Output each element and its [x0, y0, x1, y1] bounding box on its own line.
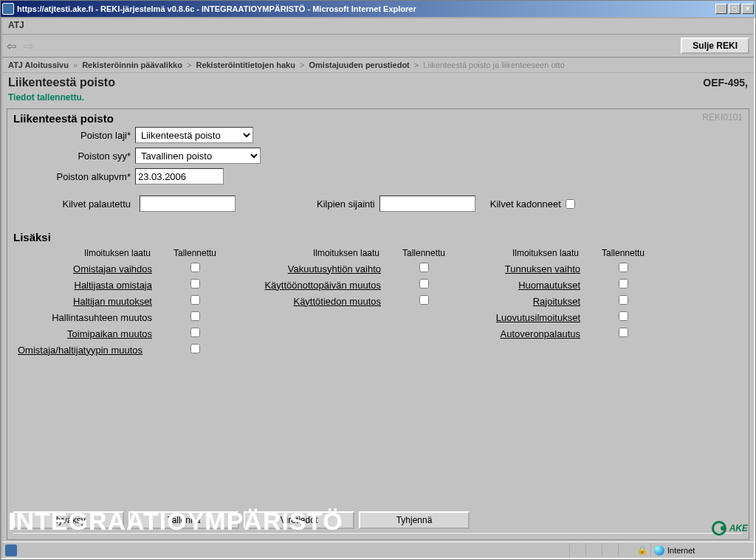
main-panel: Liikenteestä poisto REKI0101 Poiston laj… — [7, 108, 749, 540]
page-header: Liikenteestä poisto OEF-495, — [2, 73, 754, 91]
bc-item-4: Liikenteestä poisto ja liikenteeseen ott… — [423, 61, 564, 69]
c1-r4[interactable]: Toimipaikan muutos — [18, 328, 165, 339]
poiston-alkupvm-input[interactable] — [135, 168, 224, 184]
col2-header-laatu: Ilmoituksen laatu — [224, 248, 394, 258]
c2-r2[interactable]: Käyttötiedon muutos — [224, 296, 394, 307]
c3-r1-cb[interactable] — [619, 279, 628, 288]
c1-r5-cb[interactable] — [190, 344, 200, 353]
footer: INTEGRAATIOYMPÄRISTÖ AKE — [2, 507, 754, 540]
lock-icon: 🔒 — [634, 545, 650, 555]
c3-r4-cb[interactable] — [619, 328, 628, 337]
nav-back-icon[interactable]: ⇦ — [7, 39, 16, 53]
ie-icon — [2, 3, 14, 15]
c1-r0[interactable]: Omistajan vaihdos — [18, 263, 165, 274]
col1-header-tall: Tallennettu — [165, 248, 224, 258]
window: https://atjtesti.ake.fi - REKI-järjestel… — [0, 0, 756, 560]
c2-r1[interactable]: Käyttöönottopäivän muutos — [224, 280, 394, 291]
nav-row: ⇦ ⇨ Sulje REKI — [2, 35, 754, 58]
bc-item-3[interactable]: Omistajuuden perustiedot — [309, 61, 409, 69]
c1-r3-cb[interactable] — [190, 311, 200, 321]
titlebar: https://atjtesti.ake.fi - REKI-järjestel… — [1, 1, 755, 17]
c2-r1-cb[interactable] — [419, 279, 429, 288]
kilvet-palautettu-input[interactable] — [140, 196, 236, 212]
ake-ring-icon — [712, 521, 726, 536]
c1-r5[interactable]: Omistaja/haltijatyypin muutos — [18, 345, 165, 356]
poiston-laji-label: Poiston laji* — [13, 130, 135, 141]
ake-logo: AKE — [712, 521, 748, 536]
panel-title: Liikenteestä poisto — [13, 112, 114, 125]
poiston-laji-select[interactable]: Liikenteestä poisto — [135, 127, 253, 143]
c2-r0[interactable]: Vakuutusyhtiön vaihto — [224, 263, 394, 274]
statusbar: 🔒 Internet — [2, 542, 754, 558]
status-message: Tiedot tallennettu. — [2, 91, 754, 107]
lisaksi-grid: Ilmoituksen laatu Tallennettu Ilmoitukse… — [18, 248, 743, 356]
c3-r2[interactable]: Rajoitukset — [453, 296, 594, 307]
sb-cell-3 — [602, 543, 618, 558]
zone-label: Internet — [667, 546, 695, 555]
c1-r3: Hallintasuhteen muutos — [18, 312, 165, 323]
bc-item-1[interactable]: Rekisteröinnin päävalikko — [82, 61, 182, 69]
c1-r1-cb[interactable] — [190, 279, 200, 288]
globe-icon — [654, 545, 664, 556]
close-window-button[interactable]: ✕ — [742, 4, 754, 14]
c1-r1[interactable]: Haltijasta omistaja — [18, 280, 165, 291]
page-title: Liikenteestä poisto — [8, 76, 115, 89]
bc-item-2[interactable]: Rekisteröintitietojen haku — [196, 61, 295, 69]
lisaksi-title: Lisäksi — [13, 231, 743, 243]
ake-logo-text: AKE — [729, 523, 748, 533]
kilpien-sijainti-input[interactable] — [379, 196, 475, 212]
c1-r4-cb[interactable] — [190, 328, 200, 337]
plates-row: Kilvet palautettu Kilpien sijainti Kilve… — [13, 196, 743, 212]
kilpien-sijainti-label: Kilpien sijainti — [317, 198, 375, 210]
c3-r4[interactable]: Autoveronpalautus — [453, 328, 594, 339]
breadcrumb: ATJ Aloitussivu » Rekisteröinnin päävali… — [2, 58, 754, 73]
nav-forward-icon[interactable]: ⇨ — [24, 39, 33, 53]
col3-header-tall: Tallennettu — [594, 248, 653, 258]
c3-r0-cb[interactable] — [619, 263, 628, 272]
maximize-button[interactable]: □ — [729, 4, 740, 14]
c2-r2-cb[interactable] — [419, 295, 429, 305]
window-buttons: _ □ ✕ — [715, 4, 754, 14]
kilvet-kadonneet-label: Kilvet kadonneet — [490, 198, 561, 210]
record-id: OEF-495, — [703, 77, 748, 89]
security-zone: Internet — [650, 543, 754, 558]
poiston-syy-label: Poiston syy* — [13, 151, 135, 162]
c1-r2[interactable]: Haltijan muutokset — [18, 296, 165, 307]
kilvet-palautettu-label: Kilvet palautettu — [13, 198, 135, 210]
minimize-button[interactable]: _ — [715, 4, 727, 14]
poiston-syy-select[interactable]: Tavallinen poisto — [135, 148, 261, 164]
c3-r3[interactable]: Luovutusilmoitukset — [453, 312, 594, 323]
ie-small-icon — [5, 545, 17, 556]
col3-header-laatu: Ilmoituksen laatu — [453, 248, 594, 258]
content-area: ATJ ⇦ ⇨ Sulje REKI ATJ Aloitussivu » Rek… — [1, 17, 755, 559]
c3-r2-cb[interactable] — [619, 295, 628, 305]
c3-r3-cb[interactable] — [619, 311, 628, 321]
poiston-alkupvm-label: Poiston alkupvm* — [13, 171, 135, 182]
sb-cell-1 — [569, 543, 585, 558]
kilvet-kadonneet-checkbox[interactable] — [566, 199, 575, 209]
c3-r1[interactable]: Huomautukset — [453, 280, 594, 291]
col1-header-laatu: Ilmoituksen laatu — [18, 248, 165, 258]
panel-code: REKI0101 — [702, 112, 743, 125]
col2-header-tall: Tallennettu — [394, 248, 453, 258]
c1-r2-cb[interactable] — [190, 295, 200, 305]
window-title: https://atjtesti.ake.fi - REKI-järjestel… — [17, 4, 715, 13]
sb-cell-4 — [618, 543, 634, 558]
watermark: INTEGRAATIOYMPÄRISTÖ — [8, 507, 343, 536]
c1-r0-cb[interactable] — [190, 263, 200, 272]
sb-cell-2 — [585, 543, 602, 558]
c2-r0-cb[interactable] — [419, 263, 429, 272]
app-menubar[interactable]: ATJ — [2, 18, 754, 35]
bc-item-0[interactable]: ATJ Aloitussivu — [8, 61, 69, 69]
close-reki-button[interactable]: Sulje REKI — [681, 38, 749, 54]
c3-r0[interactable]: Tunnuksen vaihto — [453, 263, 594, 274]
